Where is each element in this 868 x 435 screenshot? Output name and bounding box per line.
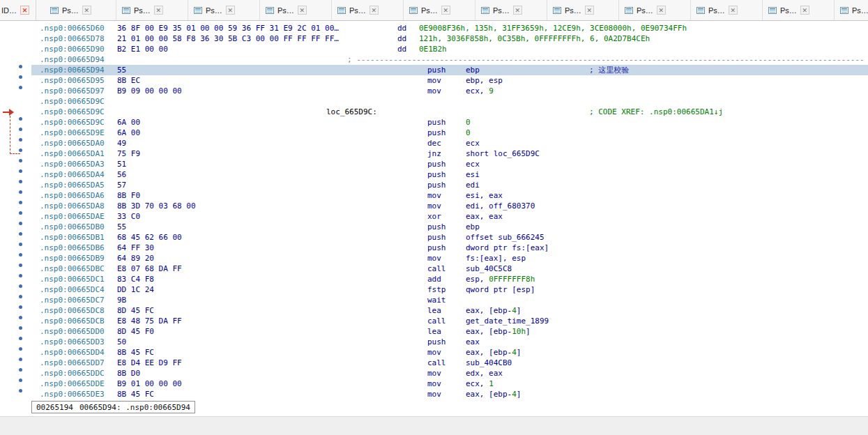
disasm-row[interactable]: .nsp0:00665DA456pushesi <box>0 169 868 180</box>
address-dot <box>19 264 22 267</box>
disasm-row[interactable]: .nsp0:00665DA049dececx <box>0 138 868 148</box>
tab-pseudocode[interactable]: Ps… ✕ <box>619 0 691 20</box>
address-dot <box>19 284 22 288</box>
disasm-row[interactable]: .nsp0:00665D9C <box>0 96 868 107</box>
disasm-row[interactable]: .nsp0:00665DD7E8 D4 EE D9 FFcallsub_404C… <box>0 358 868 368</box>
close-icon[interactable]: ✕ <box>800 6 809 15</box>
disasm-row[interactable]: .nsp0:00665D7821 01 00 00 58 F8 36 30 5B… <box>0 33 868 44</box>
tab-pseudocode[interactable]: Ps… ✕ <box>835 0 868 20</box>
disasm-row[interactable]: .nsp0:00665DE38B 45 FCmoveax, [ebp-4] <box>0 389 868 399</box>
disasm-row[interactable]: .nsp0:00665D6036 8F 00 E9 35 01 00 00 59… <box>0 23 868 33</box>
disasm-row[interactable]: .nsp0:00665D9C6A 00push0 <box>0 117 868 128</box>
disasm-row[interactable]: .nsp0:00665DC79Bwait <box>0 295 868 305</box>
tab-pseudocode[interactable]: Ps… ✕ <box>45 0 116 20</box>
operands: sub_40C5C8 <box>466 264 512 274</box>
bytes: 83 C4 F8 <box>117 274 154 284</box>
tab-pseudocode[interactable]: Ps… ✕ <box>116 0 188 20</box>
tab-pseudocode[interactable]: Ps… ✕ <box>404 0 475 20</box>
address-dot <box>19 75 22 79</box>
disasm-row[interactable]: .nsp0:00665DCBE8 48 75 DA FFcallget_date… <box>0 316 868 326</box>
close-icon[interactable]: ✕ <box>657 6 666 15</box>
operands: eax, [ebp-4] <box>466 389 521 399</box>
address: .nsp0:00665DD4 <box>40 347 105 358</box>
disasm-row[interactable]: .nsp0:00665DB964 89 20movfs:[eax], esp <box>0 253 868 264</box>
listing-icon <box>266 6 274 15</box>
operand-text: ] <box>517 306 521 315</box>
disasm-row[interactable]: .nsp0:00665D9Cloc_665D9C:; CODE XREF: .n… <box>0 107 868 117</box>
disasm-row[interactable]: .nsp0:00665DB168 45 62 66 00pushoffset s… <box>0 232 868 243</box>
address: .nsp0:00665DA0 <box>40 138 105 148</box>
mnemonic: push <box>427 117 446 128</box>
disasm-row[interactable]: .nsp0:00665DA68B F0movesi, eax <box>0 190 868 201</box>
close-icon[interactable]: ✕ <box>585 6 594 15</box>
bytes: 64 FF 30 <box>117 243 154 253</box>
disasm-row[interactable]: .nsp0:00665DAE33 C0xoreax, eax <box>0 211 868 222</box>
close-icon[interactable]: ✕ <box>370 6 379 15</box>
disasm-row[interactable]: .nsp0:00665DA175 F9jnzshort loc_665D9C <box>0 148 868 159</box>
disasm-row[interactable]: .nsp0:00665D90B2 E1 00 00dd0E1B2h <box>0 44 868 54</box>
bytes: 36 8F 00 E9 35 01 00 00 59 36 FF 31 E9 2… <box>117 23 339 33</box>
disasm-row[interactable]: .nsp0:00665DDEB9 01 00 00 00movecx, 1 <box>0 379 868 389</box>
address-dot <box>19 337 22 340</box>
listing-icon <box>768 6 777 15</box>
disasm-row[interactable]: .nsp0:00665DD48B 45 FCmoveax, [ebp-4] <box>0 347 868 358</box>
operand-text: 4 <box>512 390 517 399</box>
disasm-row[interactable]: .nsp0:00665D958B ECmovebp, esp <box>0 75 868 86</box>
close-icon[interactable]: ✕ <box>154 6 163 15</box>
disasm-row[interactable]: .nsp0:00665D9455pushebp; 这里校验 <box>0 65 868 75</box>
mnemonic: add <box>427 274 441 284</box>
close-icon[interactable]: ✕ <box>298 6 307 15</box>
tab-pseudocode[interactable]: Ps… ✕ <box>260 0 332 20</box>
bytes: 68 45 62 66 00 <box>117 232 182 243</box>
address: .nsp0:00665DC8 <box>40 305 105 316</box>
tab-ida-view[interactable]: ID… ✕ <box>0 0 36 20</box>
address-dot <box>19 169 22 173</box>
close-icon[interactable]: ✕ <box>82 6 91 15</box>
disasm-row[interactable]: .nsp0:00665DD08D 45 F0leaeax, [ebp-10h] <box>0 326 868 337</box>
mnemonic: xor <box>427 211 441 222</box>
tab-strip: Ps… ✕ Ps… ✕ Ps… ✕ <box>45 0 868 20</box>
address: .nsp0:00665DCB <box>40 316 105 326</box>
disasm-row[interactable]: .nsp0:00665DA557pushedi <box>0 180 868 190</box>
address: .nsp0:00665DD7 <box>40 358 105 368</box>
tab-pseudocode[interactable]: Ps… ✕ <box>332 0 404 20</box>
disasm-row[interactable]: .nsp0:00665DBCE8 07 68 DA FFcallsub_40C5… <box>0 264 868 274</box>
close-icon[interactable]: ✕ <box>729 6 738 15</box>
bytes: 51 <box>117 159 126 169</box>
address-dot <box>19 316 22 319</box>
operand-text: eax, eax <box>466 212 503 221</box>
operands: ebp <box>466 222 480 232</box>
disasm-row[interactable]: .nsp0:00665DDC8B D0movedx, eax <box>0 368 868 379</box>
disasm-row[interactable]: .nsp0:00665DC4DD 1C 24fstpqword ptr [esp… <box>0 284 868 295</box>
tab-pseudocode[interactable]: Ps… ✕ <box>475 0 547 20</box>
mnemonic: call <box>427 264 446 274</box>
bytes: 8B D0 <box>117 368 140 379</box>
disasm-row[interactable]: .nsp0:00665DB664 FF 30pushdword ptr fs:[… <box>0 243 868 253</box>
disasm-row[interactable]: .nsp0:00665DA88B 3D 70 03 68 00movedi, o… <box>0 201 868 211</box>
tab-pseudocode[interactable]: Ps… ✕ <box>691 0 763 20</box>
close-icon[interactable]: ✕ <box>20 6 29 15</box>
tab-pseudocode[interactable]: Ps… ✕ <box>763 0 835 20</box>
tab-label: Ps… <box>780 6 797 15</box>
close-icon[interactable]: ✕ <box>513 6 522 15</box>
disasm-row[interactable]: .nsp0:00665DD350pusheax <box>0 337 868 347</box>
disasm-row[interactable]: .nsp0:00665D94; ------------------------… <box>0 54 868 65</box>
close-icon[interactable]: ✕ <box>441 6 450 15</box>
disassembly-view[interactable]: .nsp0:00665D6036 8F 00 E9 35 01 00 00 59… <box>0 21 868 399</box>
bytes: 6A 00 <box>117 117 140 128</box>
disasm-row[interactable]: .nsp0:00665D9E6A 00push0 <box>0 128 868 138</box>
tab-label: Ps… <box>493 6 510 15</box>
operands: 0 <box>466 117 471 128</box>
tab-pseudocode[interactable]: Ps… ✕ <box>188 0 260 20</box>
disasm-row[interactable]: .nsp0:00665D97B9 09 00 00 00movecx, 9 <box>0 86 868 96</box>
disasm-row[interactable]: .nsp0:00665DA351pushecx <box>0 159 868 169</box>
close-icon[interactable]: ✕ <box>226 6 235 15</box>
address: .nsp0:00665DA6 <box>40 190 105 201</box>
operands: eax, [ebp-4] <box>466 305 521 316</box>
operand-text: edi <box>466 181 480 190</box>
tab-pseudocode[interactable]: Ps… ✕ <box>547 0 619 20</box>
disasm-row[interactable]: .nsp0:00665DC88D 45 FCleaeax, [ebp-4] <box>0 305 868 316</box>
operands: offset sub_666245 <box>466 232 545 243</box>
disasm-row[interactable]: .nsp0:00665DC183 C4 F8addesp, 0FFFFFFF8h <box>0 274 868 284</box>
disasm-row[interactable]: .nsp0:00665DB055pushebp <box>0 222 868 232</box>
